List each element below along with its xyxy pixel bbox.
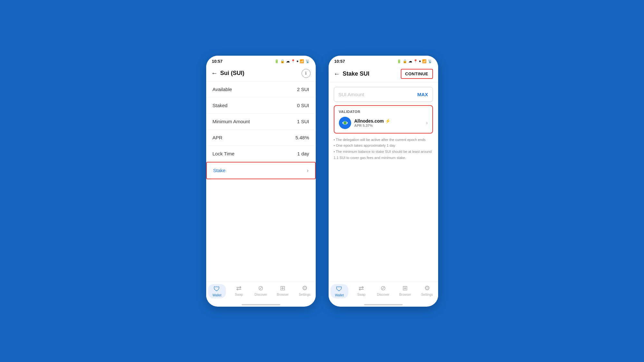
content-phone2: SUI Amount MAX VALIDATOR Allnodes.com <box>329 82 438 281</box>
minimum-amount-label: Minimum Amount <box>213 119 250 124</box>
nav-item-browser-phone1[interactable]: ⊞ Browser <box>272 284 294 298</box>
browser-icon-phone2: ⊞ <box>402 284 408 292</box>
nav-item-settings-phone1[interactable]: ⚙ Settings <box>294 284 316 298</box>
validator-apr-label: APR <box>354 124 362 127</box>
cloud-icon-p2: ☁ <box>409 59 412 63</box>
content-phone1: Available 2 SUI Staked 0 SUI Minimum Amo… <box>206 81 316 281</box>
wallet-label-phone1: Wallet <box>213 293 221 297</box>
signal-icon-p2: 📡 <box>428 59 432 63</box>
dot-icon <box>297 60 298 62</box>
note-2: One epoch takes approximately 1 day <box>334 143 433 149</box>
nav-item-wallet-phone2[interactable]: 🛡 Wallet <box>329 284 351 298</box>
validator-row[interactable]: Allnodes.com ⚡ APR 5.37% › <box>339 117 428 129</box>
discover-icon-phone1: ⊘ <box>258 284 264 292</box>
battery-icon: 🔋 <box>274 59 279 63</box>
note-1: The delegation will be active after the … <box>334 137 433 143</box>
settings-label-phone1: Settings <box>299 293 310 296</box>
discover-icon-phone2: ⊘ <box>380 284 386 292</box>
time-phone2: 10:57 <box>334 59 345 64</box>
back-button-phone2[interactable]: ← <box>334 70 340 78</box>
lock-time-label: Lock Time <box>213 151 235 156</box>
stake-chevron-icon: › <box>307 168 308 173</box>
available-label: Available <box>213 87 232 92</box>
lock-time-row: Lock Time 1 day <box>206 146 316 162</box>
minimum-amount-value: 1 SUI <box>297 119 309 124</box>
apr-label: APR <box>213 135 223 140</box>
phone1: 10:57 🔋 🔒 ☁ 📍 📶 📡 ← Sui (SUI) ℹ Availabl… <box>206 56 316 307</box>
cloud-icon: ☁ <box>286 59 290 63</box>
swap-icon-phone1: ⇄ <box>236 284 242 292</box>
time-phone1: 10:57 <box>212 59 223 64</box>
wallet-icon-phone2: 🛡 <box>336 285 342 293</box>
signal-icon: 📡 <box>305 59 310 63</box>
wallet-label-phone2: Wallet <box>335 293 344 297</box>
stake-label: Stake <box>213 168 226 173</box>
continue-button[interactable]: CONTINUE <box>401 69 433 79</box>
lock-icon-p2: 🔒 <box>403 59 407 63</box>
staked-row: Staked 0 SUI <box>206 97 316 114</box>
home-indicator-phone2 <box>364 304 403 305</box>
max-button[interactable]: MAX <box>417 92 428 97</box>
status-bar-phone1: 10:57 🔋 🔒 ☁ 📍 📶 📡 <box>206 56 316 66</box>
status-icons-phone1: 🔋 🔒 ☁ 📍 📶 📡 <box>274 59 310 63</box>
swap-label-phone1: Swap <box>235 293 243 296</box>
validator-box: VALIDATOR Allnodes.com ⚡ APR 5.37% <box>334 105 433 134</box>
validator-info: Allnodes.com ⚡ APR 5.37% <box>354 118 423 127</box>
apr-row: APR 5.48% <box>206 130 316 146</box>
nav-item-swap-phone1[interactable]: ⇄ Swap <box>228 284 250 298</box>
nav-item-wallet-phone1[interactable]: 🛡 Wallet <box>206 284 228 298</box>
bottom-nav-phone2: 🛡 Wallet ⇄ Swap ⊘ Discover ⊞ Browser ⚙ S… <box>329 281 438 302</box>
nav-item-discover-phone1[interactable]: ⊘ Discover <box>250 284 272 298</box>
info-button-phone1[interactable]: ℹ <box>302 69 311 78</box>
validator-section-title: VALIDATOR <box>339 110 428 114</box>
location-icon: 📍 <box>291 59 295 63</box>
header-phone1: ← Sui (SUI) ℹ <box>206 66 316 81</box>
back-button-phone1[interactable]: ← <box>211 70 218 77</box>
note-3: The minimum balance to stake SUI should … <box>334 149 433 161</box>
settings-icon-phone1: ⚙ <box>302 284 308 292</box>
battery-icon-p2: 🔋 <box>397 59 401 63</box>
nav-item-swap-phone2[interactable]: ⇄ Swap <box>351 284 372 298</box>
wifi-icon-p2: 📶 <box>422 59 427 63</box>
status-icons-phone2: 🔋 🔒 ☁ 📍 📶 📡 <box>397 59 432 63</box>
status-bar-phone2: 10:57 🔋 🔒 ☁ 📍 📶 📡 <box>329 56 438 66</box>
browser-label-phone1: Browser <box>277 293 289 296</box>
discover-label-phone2: Discover <box>377 293 389 296</box>
validator-name: Allnodes.com ⚡ <box>354 118 423 124</box>
available-row: Available 2 SUI <box>206 81 316 97</box>
header-phone2: ← Stake SUI CONTINUE <box>329 66 438 82</box>
info-icon: ℹ <box>305 71 307 76</box>
apr-value: 5.48% <box>295 135 309 140</box>
available-value: 2 SUI <box>297 87 309 92</box>
nav-item-discover-phone2[interactable]: ⊘ Discover <box>372 284 394 298</box>
minimum-amount-row: Minimum Amount 1 SUI <box>206 114 316 130</box>
lock-time-value: 1 day <box>297 151 309 156</box>
swap-icon-phone2: ⇄ <box>359 284 364 292</box>
sui-amount-placeholder: SUI Amount <box>339 92 364 97</box>
discover-label-phone1: Discover <box>255 293 267 296</box>
settings-icon-phone2: ⚙ <box>424 284 430 292</box>
staked-label: Staked <box>213 103 228 108</box>
phones-container: 10:57 🔋 🔒 ☁ 📍 📶 📡 ← Sui (SUI) ℹ Availabl… <box>206 56 438 307</box>
bottom-nav-phone1: 🛡 Wallet ⇄ Swap ⊘ Discover ⊞ Browser ⚙ S… <box>206 281 316 302</box>
staked-value: 0 SUI <box>297 103 309 108</box>
dot-icon-p2 <box>419 60 421 62</box>
validator-chevron-icon: › <box>426 120 428 126</box>
nav-item-settings-phone2[interactable]: ⚙ Settings <box>416 284 438 298</box>
page-title-phone1: Sui (SUI) <box>220 70 302 77</box>
browser-icon-phone1: ⊞ <box>280 284 285 292</box>
settings-label-phone2: Settings <box>421 293 433 296</box>
validator-apr: APR 5.37% <box>354 124 423 127</box>
browser-label-phone2: Browser <box>399 293 411 296</box>
phone2: 10:57 🔋 🔒 ☁ 📍 📶 📡 ← Stake SUI CONTINUE S… <box>329 56 438 307</box>
validator-apr-value: 5.37% <box>363 124 373 127</box>
wallet-icon-phone1: 🛡 <box>214 285 220 293</box>
wifi-icon: 📶 <box>300 59 304 63</box>
notes-section: The delegation will be active after the … <box>334 137 433 161</box>
svg-point-1 <box>343 121 347 125</box>
sui-amount-box[interactable]: SUI Amount MAX <box>334 87 433 102</box>
nav-item-browser-phone2[interactable]: ⊞ Browser <box>394 284 416 298</box>
swap-label-phone2: Swap <box>357 293 365 296</box>
location-icon-p2: 📍 <box>413 59 418 63</box>
stake-row[interactable]: Stake › <box>206 162 316 179</box>
